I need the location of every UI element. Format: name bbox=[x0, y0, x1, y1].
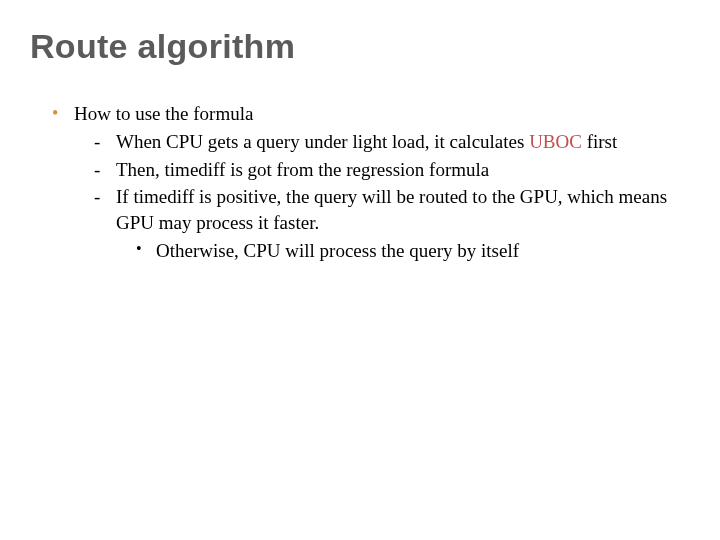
list-item: If timediff is positive, the query will … bbox=[94, 184, 690, 263]
list-item-text: How to use the formula bbox=[74, 103, 253, 124]
bullet-list-level1: How to use the formula When CPU gets a q… bbox=[30, 101, 690, 263]
slide: Route algorithm How to use the formula W… bbox=[0, 0, 720, 540]
list-item: When CPU gets a query under light load, … bbox=[94, 129, 690, 155]
list-item-text: Then, timediff is got from the regressio… bbox=[116, 159, 489, 180]
list-item-text-pre: When CPU gets a query under light load, … bbox=[116, 131, 529, 152]
bullet-list-level3: Otherwise, CPU will process the query by… bbox=[116, 238, 690, 264]
list-item-text: Otherwise, CPU will process the query by… bbox=[156, 240, 519, 261]
list-item: Then, timediff is got from the regressio… bbox=[94, 157, 690, 183]
list-item: How to use the formula When CPU gets a q… bbox=[52, 101, 690, 263]
bullet-list-level2: When CPU gets a query under light load, … bbox=[74, 129, 690, 263]
list-item-text: If timediff is positive, the query will … bbox=[116, 186, 667, 233]
list-item-text-post: first bbox=[582, 131, 617, 152]
slide-title: Route algorithm bbox=[30, 28, 690, 65]
list-item: Otherwise, CPU will process the query by… bbox=[136, 238, 690, 264]
accent-term: UBOC bbox=[529, 131, 582, 152]
